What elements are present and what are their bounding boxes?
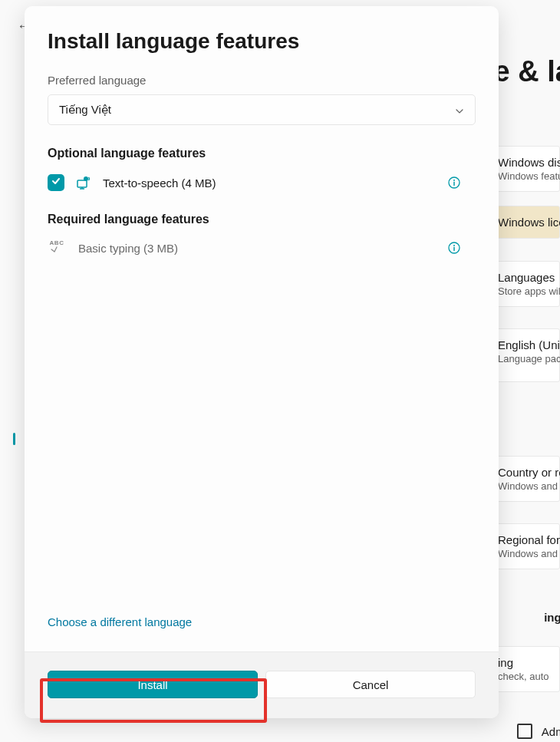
bg-row: Regional format Windows and so [491, 523, 560, 569]
bg-row: Languages Store apps will [491, 261, 560, 307]
tts-icon [75, 174, 92, 191]
bg-row: Country or region Windows and ap [491, 456, 560, 502]
bg-row-warning: Windows license [491, 206, 560, 239]
info-icon[interactable] [448, 176, 460, 189]
svg-rect-0 [77, 180, 87, 187]
svg-point-1 [84, 176, 88, 181]
dialog-title: Install language features [48, 29, 476, 54]
dialog-body: Install language features Preferred lang… [25, 6, 499, 651]
check-icon [51, 176, 61, 190]
required-features-heading: Required language features [48, 213, 476, 226]
bg-section: ings [544, 611, 560, 624]
language-selected-value: Tiếng Việt [59, 103, 111, 117]
basic-typing-label: Basic typing (3 MB) [78, 242, 476, 255]
bg-row: Windows display Windows features [491, 146, 560, 192]
dialog-footer: Install Cancel [25, 651, 499, 718]
optional-features-heading: Optional language features [48, 147, 476, 160]
language-dropdown[interactable]: Tiếng Việt [48, 94, 476, 125]
cancel-button[interactable]: Cancel [265, 671, 476, 698]
tts-checkbox[interactable] [48, 174, 64, 191]
feature-tts-row: Text-to-speech (4 MB) [48, 174, 476, 191]
basic-typing-icon: ABC [48, 240, 66, 256]
install-language-dialog: Install language features Preferred lang… [25, 6, 499, 718]
install-button[interactable]: Install [48, 671, 258, 698]
bg-row: ing check, auto [491, 646, 560, 692]
choose-different-language-link[interactable]: Choose a different language [48, 615, 476, 628]
bg-admin-row: Administrative [517, 724, 560, 739]
tts-label: Text-to-speech (4 MB) [103, 176, 476, 190]
sidebar-active-marker [13, 433, 15, 445]
info-icon[interactable] [448, 242, 460, 254]
preferred-language-label: Preferred language [48, 74, 476, 87]
bg-row: English (United Language pack, t [491, 328, 560, 382]
chevron-down-icon [455, 105, 464, 114]
feature-basic-typing-row: ABC Basic typing (3 MB) [48, 240, 476, 256]
admin-icon [517, 724, 532, 739]
